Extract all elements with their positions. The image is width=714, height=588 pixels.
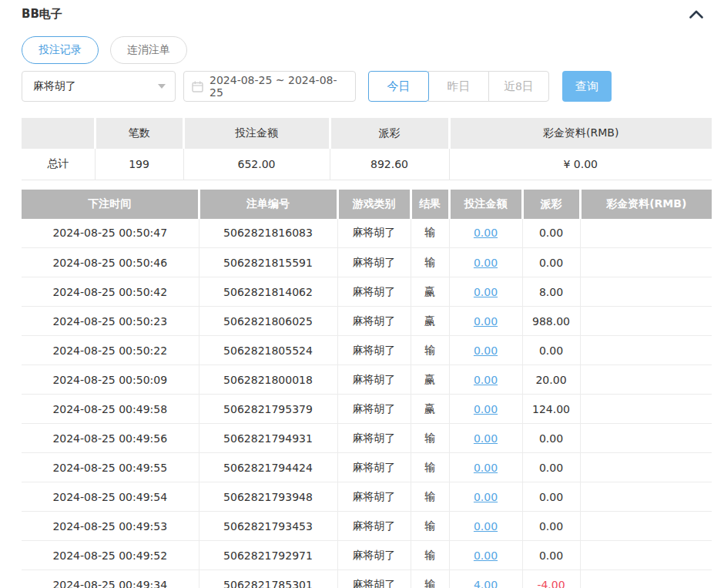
calendar-icon bbox=[192, 81, 203, 92]
game-select-value: 麻将胡了 bbox=[33, 79, 76, 93]
table-row: 2024-08-25 00:49:54 5062821793948 麻将胡了 输… bbox=[22, 482, 712, 512]
tab-betting-records[interactable]: 投注记录 bbox=[22, 36, 99, 64]
bet-amount-link[interactable]: 0.00 bbox=[474, 403, 498, 415]
bonus-cell bbox=[580, 570, 712, 588]
result-cell: 输 bbox=[411, 570, 449, 588]
order-id-cell: 5062821805524 bbox=[199, 336, 337, 365]
page-title: BB电子 bbox=[22, 7, 62, 22]
bet-time-cell: 2024-08-25 00:49:54 bbox=[22, 482, 199, 512]
records-header-time: 下注时间 bbox=[22, 190, 199, 219]
bet-amount-cell: 0.00 bbox=[449, 541, 522, 570]
records-header-bonus: 彩金资料(RMB) bbox=[580, 190, 712, 219]
bet-amount-link[interactable]: 0.00 bbox=[474, 227, 498, 239]
table-row: 2024-08-25 00:49:56 5062821794931 麻将胡了 输… bbox=[22, 424, 712, 453]
bet-amount-cell: 0.00 bbox=[449, 453, 522, 482]
game-type-cell: 麻将胡了 bbox=[337, 365, 411, 395]
date-range-input[interactable]: 2024-08-25 ~ 2024-08-25 bbox=[183, 71, 356, 102]
records-header-result: 结果 bbox=[411, 190, 449, 219]
payout-cell: 124.00 bbox=[522, 395, 580, 424]
bet-amount-link[interactable]: 0.00 bbox=[474, 374, 498, 386]
search-button[interactable]: 查询 bbox=[562, 71, 612, 102]
records-header-order-id: 注单编号 bbox=[199, 190, 337, 219]
yesterday-button[interactable]: 昨日 bbox=[428, 71, 489, 102]
filter-toolbar: 麻将胡了 2024-08-25 ~ 2024-08-25 今日 昨日 近8日 查… bbox=[22, 71, 712, 102]
summary-total-label: 总计 bbox=[22, 149, 95, 180]
game-type-cell: 麻将胡了 bbox=[337, 453, 411, 482]
result-cell: 赢 bbox=[411, 365, 449, 395]
bet-amount-link[interactable]: 0.00 bbox=[474, 549, 498, 562]
bet-amount-cell: 0.00 bbox=[449, 248, 522, 277]
bet-amount-link[interactable]: 0.00 bbox=[474, 286, 498, 298]
bet-amount-link[interactable]: 0.00 bbox=[474, 315, 498, 328]
record-type-tabs: 投注记录 连消注单 bbox=[22, 36, 712, 64]
table-row: 2024-08-25 00:50:42 5062821814062 麻将胡了 赢… bbox=[22, 277, 712, 307]
bet-amount-link[interactable]: 0.00 bbox=[474, 257, 498, 269]
tab-cancelled-orders[interactable]: 连消注单 bbox=[110, 36, 187, 64]
bet-amount-link[interactable]: 0.00 bbox=[474, 462, 498, 474]
game-type-cell: 麻将胡了 bbox=[337, 424, 411, 453]
result-cell: 输 bbox=[411, 512, 449, 541]
result-cell: 输 bbox=[411, 424, 449, 453]
payout-cell: 0.00 bbox=[522, 541, 580, 570]
payout-cell: -4.00 bbox=[522, 570, 580, 588]
result-cell: 输 bbox=[411, 336, 449, 365]
order-id-cell: 5062821793453 bbox=[199, 512, 337, 541]
bonus-cell bbox=[580, 219, 712, 248]
collapse-panel-button[interactable] bbox=[688, 5, 705, 22]
bet-amount-cell: 0.00 bbox=[449, 482, 522, 512]
bet-time-cell: 2024-08-25 00:50:22 bbox=[22, 336, 199, 365]
payout-cell: 0.00 bbox=[522, 219, 580, 248]
today-button[interactable]: 今日 bbox=[368, 71, 429, 102]
records-table-body: 2024-08-25 00:50:47 5062821816083 麻将胡了 输… bbox=[22, 219, 712, 588]
order-id-cell: 5062821794931 bbox=[199, 424, 337, 453]
game-type-cell: 麻将胡了 bbox=[337, 482, 411, 512]
bet-amount-link[interactable]: 4.00 bbox=[474, 579, 498, 588]
order-id-cell: 5062821816083 bbox=[199, 219, 337, 248]
bet-time-cell: 2024-08-25 00:50:46 bbox=[22, 248, 199, 277]
summary-total-row: 总计 199 652.00 892.60 ¥ 0.00 bbox=[22, 149, 712, 180]
order-id-cell: 5062821806025 bbox=[199, 307, 337, 336]
bet-time-cell: 2024-08-25 00:50:42 bbox=[22, 277, 199, 307]
quick-date-button-group: 今日 昨日 近8日 bbox=[368, 71, 549, 102]
result-cell: 赢 bbox=[411, 277, 449, 307]
summary-total-payout: 892.60 bbox=[330, 149, 449, 180]
summary-header-count: 笔数 bbox=[95, 118, 183, 149]
bet-amount-link[interactable]: 0.00 bbox=[474, 520, 498, 533]
table-row: 2024-08-25 00:49:55 5062821794424 麻将胡了 输… bbox=[22, 453, 712, 482]
result-cell: 输 bbox=[411, 482, 449, 512]
result-cell: 赢 bbox=[411, 307, 449, 336]
bet-amount-cell: 0.00 bbox=[449, 424, 522, 453]
last-8-days-button[interactable]: 近8日 bbox=[488, 71, 549, 102]
game-type-cell: 麻将胡了 bbox=[337, 248, 411, 277]
bonus-cell bbox=[580, 482, 712, 512]
payout-cell: 0.00 bbox=[522, 424, 580, 453]
bet-amount-cell: 0.00 bbox=[449, 219, 522, 248]
table-row: 2024-08-25 00:50:46 5062821815591 麻将胡了 输… bbox=[22, 248, 712, 277]
bet-time-cell: 2024-08-25 00:49:55 bbox=[22, 453, 199, 482]
bet-amount-cell: 0.00 bbox=[449, 365, 522, 395]
chevron-up-icon bbox=[689, 10, 703, 18]
records-header-game: 游戏类别 bbox=[337, 190, 411, 219]
summary-total-count: 199 bbox=[95, 149, 183, 180]
bet-amount-cell: 4.00 bbox=[449, 570, 522, 588]
game-select[interactable]: 麻将胡了 bbox=[22, 71, 176, 102]
bet-amount-link[interactable]: 0.00 bbox=[474, 491, 498, 503]
bet-time-cell: 2024-08-25 00:50:09 bbox=[22, 365, 199, 395]
bet-amount-cell: 0.00 bbox=[449, 307, 522, 336]
summary-header-empty bbox=[22, 118, 95, 149]
summary-total-bet-amount: 652.00 bbox=[183, 149, 330, 180]
records-table: 下注时间 注单编号 游戏类别 结果 投注金额 派彩 彩金资料(RMB) 2024… bbox=[22, 190, 712, 588]
order-id-cell: 5062821815591 bbox=[199, 248, 337, 277]
bonus-cell bbox=[580, 248, 712, 277]
bet-amount-link[interactable]: 0.00 bbox=[474, 344, 498, 357]
order-id-cell: 5062821814062 bbox=[199, 277, 337, 307]
game-type-cell: 麻将胡了 bbox=[337, 570, 411, 588]
table-row: 2024-08-25 00:50:23 5062821806025 麻将胡了 赢… bbox=[22, 307, 712, 336]
summary-table: 笔数 投注金额 派彩 彩金资料(RMB) 总计 199 652.00 892.6… bbox=[22, 118, 712, 180]
bet-amount-link[interactable]: 0.00 bbox=[474, 432, 498, 445]
bet-amount-cell: 0.00 bbox=[449, 512, 522, 541]
table-row: 2024-08-25 00:49:34 5062821785301 麻将胡了 输… bbox=[22, 570, 712, 588]
betting-records-panel: BB电子 投注记录 连消注单 麻将胡了 2024-08-25 ~ 2024-08… bbox=[0, 0, 714, 588]
records-header-payout: 派彩 bbox=[522, 190, 580, 219]
order-id-cell: 5062821793948 bbox=[199, 482, 337, 512]
